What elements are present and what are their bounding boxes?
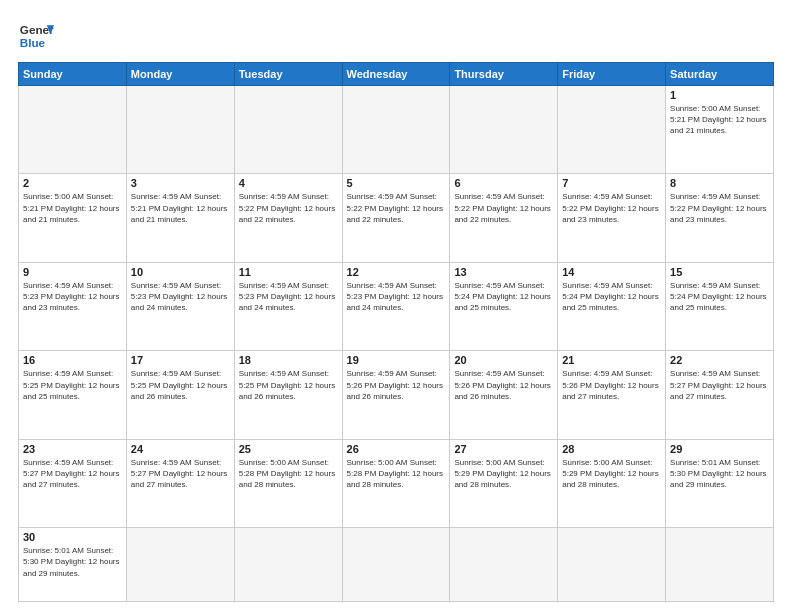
day-number: 29	[670, 443, 769, 455]
svg-text:Blue: Blue	[20, 36, 46, 49]
day-info: Sunrise: 4:59 AM Sunset: 5:25 PM Dayligh…	[131, 368, 230, 402]
col-header-sunday: Sunday	[19, 63, 127, 86]
calendar-cell	[19, 86, 127, 174]
calendar: SundayMondayTuesdayWednesdayThursdayFrid…	[18, 62, 774, 602]
day-info: Sunrise: 4:59 AM Sunset: 5:24 PM Dayligh…	[562, 280, 661, 314]
calendar-cell	[450, 86, 558, 174]
day-number: 12	[347, 266, 446, 278]
calendar-cell	[666, 528, 774, 602]
col-header-friday: Friday	[558, 63, 666, 86]
calendar-cell: 21Sunrise: 4:59 AM Sunset: 5:26 PM Dayli…	[558, 351, 666, 439]
calendar-cell: 16Sunrise: 4:59 AM Sunset: 5:25 PM Dayli…	[19, 351, 127, 439]
calendar-cell	[126, 528, 234, 602]
day-info: Sunrise: 4:59 AM Sunset: 5:26 PM Dayligh…	[347, 368, 446, 402]
day-number: 23	[23, 443, 122, 455]
day-info: Sunrise: 5:01 AM Sunset: 5:30 PM Dayligh…	[23, 545, 122, 579]
day-info: Sunrise: 4:59 AM Sunset: 5:27 PM Dayligh…	[131, 457, 230, 491]
day-number: 22	[670, 354, 769, 366]
day-info: Sunrise: 4:59 AM Sunset: 5:23 PM Dayligh…	[347, 280, 446, 314]
day-info: Sunrise: 4:59 AM Sunset: 5:27 PM Dayligh…	[670, 368, 769, 402]
calendar-cell: 25Sunrise: 5:00 AM Sunset: 5:28 PM Dayli…	[234, 439, 342, 527]
calendar-cell: 1Sunrise: 5:00 AM Sunset: 5:21 PM Daylig…	[666, 86, 774, 174]
day-info: Sunrise: 4:59 AM Sunset: 5:21 PM Dayligh…	[131, 191, 230, 225]
day-number: 4	[239, 177, 338, 189]
calendar-cell	[558, 86, 666, 174]
calendar-cell: 7Sunrise: 4:59 AM Sunset: 5:22 PM Daylig…	[558, 174, 666, 262]
calendar-cell: 26Sunrise: 5:00 AM Sunset: 5:28 PM Dayli…	[342, 439, 450, 527]
day-info: Sunrise: 4:59 AM Sunset: 5:23 PM Dayligh…	[131, 280, 230, 314]
calendar-cell: 2Sunrise: 5:00 AM Sunset: 5:21 PM Daylig…	[19, 174, 127, 262]
day-number: 24	[131, 443, 230, 455]
day-number: 9	[23, 266, 122, 278]
day-number: 1	[670, 89, 769, 101]
day-info: Sunrise: 4:59 AM Sunset: 5:26 PM Dayligh…	[454, 368, 553, 402]
calendar-cell	[342, 528, 450, 602]
day-info: Sunrise: 4:59 AM Sunset: 5:25 PM Dayligh…	[239, 368, 338, 402]
calendar-cell: 11Sunrise: 4:59 AM Sunset: 5:23 PM Dayli…	[234, 262, 342, 350]
day-info: Sunrise: 4:59 AM Sunset: 5:22 PM Dayligh…	[347, 191, 446, 225]
day-number: 10	[131, 266, 230, 278]
calendar-cell	[450, 528, 558, 602]
day-info: Sunrise: 4:59 AM Sunset: 5:23 PM Dayligh…	[239, 280, 338, 314]
day-number: 15	[670, 266, 769, 278]
calendar-cell: 23Sunrise: 4:59 AM Sunset: 5:27 PM Dayli…	[19, 439, 127, 527]
day-number: 26	[347, 443, 446, 455]
calendar-cell: 27Sunrise: 5:00 AM Sunset: 5:29 PM Dayli…	[450, 439, 558, 527]
col-header-saturday: Saturday	[666, 63, 774, 86]
day-number: 30	[23, 531, 122, 543]
calendar-cell: 24Sunrise: 4:59 AM Sunset: 5:27 PM Dayli…	[126, 439, 234, 527]
calendar-cell: 30Sunrise: 5:01 AM Sunset: 5:30 PM Dayli…	[19, 528, 127, 602]
day-info: Sunrise: 5:00 AM Sunset: 5:29 PM Dayligh…	[562, 457, 661, 491]
col-header-thursday: Thursday	[450, 63, 558, 86]
calendar-cell	[342, 86, 450, 174]
day-info: Sunrise: 5:00 AM Sunset: 5:28 PM Dayligh…	[239, 457, 338, 491]
calendar-cell: 19Sunrise: 4:59 AM Sunset: 5:26 PM Dayli…	[342, 351, 450, 439]
day-number: 6	[454, 177, 553, 189]
calendar-week-5: 30Sunrise: 5:01 AM Sunset: 5:30 PM Dayli…	[19, 528, 774, 602]
calendar-cell: 6Sunrise: 4:59 AM Sunset: 5:22 PM Daylig…	[450, 174, 558, 262]
day-info: Sunrise: 4:59 AM Sunset: 5:24 PM Dayligh…	[670, 280, 769, 314]
col-header-tuesday: Tuesday	[234, 63, 342, 86]
col-header-monday: Monday	[126, 63, 234, 86]
calendar-cell: 22Sunrise: 4:59 AM Sunset: 5:27 PM Dayli…	[666, 351, 774, 439]
logo: General Blue	[18, 18, 54, 54]
day-info: Sunrise: 4:59 AM Sunset: 5:22 PM Dayligh…	[239, 191, 338, 225]
calendar-cell	[234, 528, 342, 602]
calendar-cell: 29Sunrise: 5:01 AM Sunset: 5:30 PM Dayli…	[666, 439, 774, 527]
day-info: Sunrise: 4:59 AM Sunset: 5:23 PM Dayligh…	[23, 280, 122, 314]
day-info: Sunrise: 4:59 AM Sunset: 5:22 PM Dayligh…	[562, 191, 661, 225]
day-number: 7	[562, 177, 661, 189]
header: General Blue	[18, 18, 774, 54]
day-number: 27	[454, 443, 553, 455]
calendar-week-2: 9Sunrise: 4:59 AM Sunset: 5:23 PM Daylig…	[19, 262, 774, 350]
day-number: 14	[562, 266, 661, 278]
day-number: 20	[454, 354, 553, 366]
calendar-cell	[126, 86, 234, 174]
day-number: 21	[562, 354, 661, 366]
calendar-cell: 17Sunrise: 4:59 AM Sunset: 5:25 PM Dayli…	[126, 351, 234, 439]
calendar-cell: 14Sunrise: 4:59 AM Sunset: 5:24 PM Dayli…	[558, 262, 666, 350]
day-info: Sunrise: 4:59 AM Sunset: 5:25 PM Dayligh…	[23, 368, 122, 402]
calendar-cell: 9Sunrise: 4:59 AM Sunset: 5:23 PM Daylig…	[19, 262, 127, 350]
calendar-week-3: 16Sunrise: 4:59 AM Sunset: 5:25 PM Dayli…	[19, 351, 774, 439]
page: General Blue SundayMondayTuesdayWednesda…	[0, 0, 792, 612]
day-number: 8	[670, 177, 769, 189]
day-number: 3	[131, 177, 230, 189]
day-info: Sunrise: 4:59 AM Sunset: 5:24 PM Dayligh…	[454, 280, 553, 314]
calendar-cell: 18Sunrise: 4:59 AM Sunset: 5:25 PM Dayli…	[234, 351, 342, 439]
day-info: Sunrise: 5:00 AM Sunset: 5:21 PM Dayligh…	[23, 191, 122, 225]
day-info: Sunrise: 5:00 AM Sunset: 5:28 PM Dayligh…	[347, 457, 446, 491]
day-number: 25	[239, 443, 338, 455]
day-info: Sunrise: 5:00 AM Sunset: 5:29 PM Dayligh…	[454, 457, 553, 491]
day-number: 28	[562, 443, 661, 455]
day-number: 17	[131, 354, 230, 366]
calendar-cell: 15Sunrise: 4:59 AM Sunset: 5:24 PM Dayli…	[666, 262, 774, 350]
day-info: Sunrise: 4:59 AM Sunset: 5:26 PM Dayligh…	[562, 368, 661, 402]
calendar-cell: 8Sunrise: 4:59 AM Sunset: 5:22 PM Daylig…	[666, 174, 774, 262]
calendar-week-1: 2Sunrise: 5:00 AM Sunset: 5:21 PM Daylig…	[19, 174, 774, 262]
calendar-cell: 4Sunrise: 4:59 AM Sunset: 5:22 PM Daylig…	[234, 174, 342, 262]
day-number: 13	[454, 266, 553, 278]
calendar-cell: 13Sunrise: 4:59 AM Sunset: 5:24 PM Dayli…	[450, 262, 558, 350]
calendar-week-4: 23Sunrise: 4:59 AM Sunset: 5:27 PM Dayli…	[19, 439, 774, 527]
calendar-cell: 5Sunrise: 4:59 AM Sunset: 5:22 PM Daylig…	[342, 174, 450, 262]
